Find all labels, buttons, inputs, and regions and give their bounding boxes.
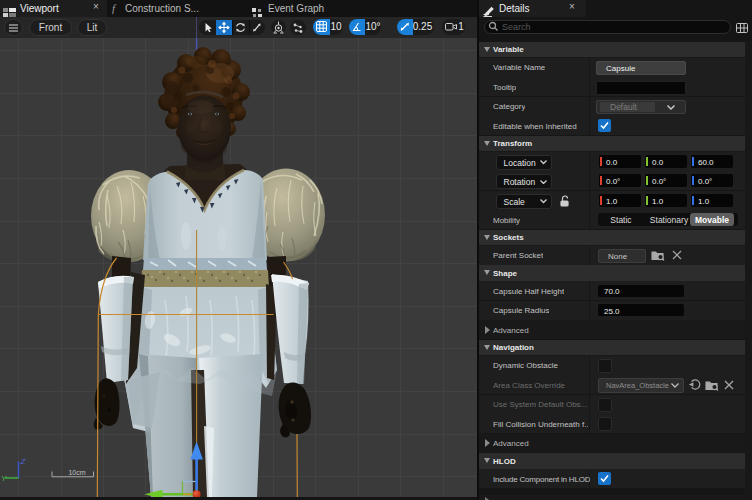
svg-text:10cm: 10cm [68, 469, 85, 476]
svg-text:Y: Y [1, 474, 7, 483]
svg-text:Z: Z [20, 457, 27, 466]
